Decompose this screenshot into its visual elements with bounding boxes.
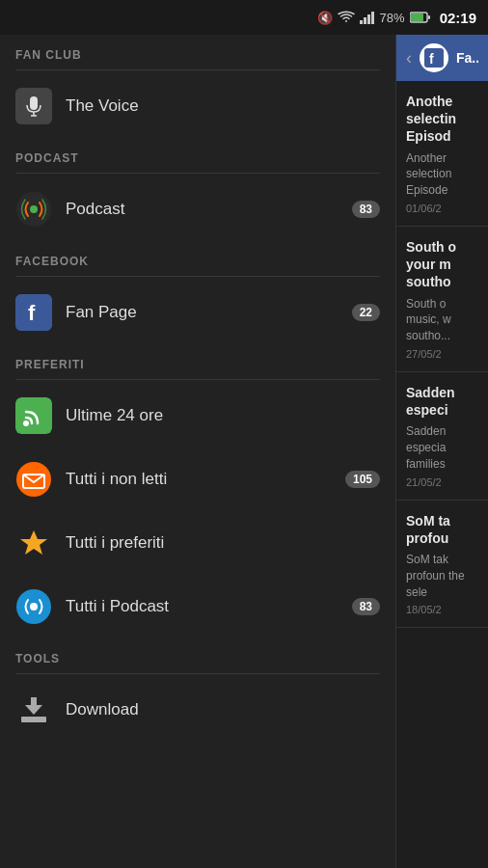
back-chevron[interactable]: ‹ xyxy=(406,48,412,68)
svg-rect-24 xyxy=(424,48,444,68)
svg-point-20 xyxy=(30,603,38,610)
svg-text:f: f xyxy=(28,301,36,325)
battery-percent: 78% xyxy=(380,11,405,25)
tutti-podcast-badge: 83 xyxy=(352,598,380,615)
article-item-4[interactable]: SoM ta profou SoM tak profoun the sele 1… xyxy=(396,501,488,629)
sidebar-item-tutti-podcast[interactable]: Tutti i Podcast 83 xyxy=(0,575,395,638)
podcast2-icon xyxy=(15,588,52,625)
divider-tools xyxy=(15,673,380,674)
download-label: Download xyxy=(66,700,380,719)
article-4-body: SoM tak profoun the sele xyxy=(406,552,478,600)
svg-point-15 xyxy=(23,420,29,426)
sidebar-item-the-voice[interactable]: The Voice xyxy=(0,74,395,138)
download-icon xyxy=(15,692,52,728)
svg-rect-1 xyxy=(364,17,366,24)
star-icon xyxy=(15,525,52,561)
article-4-date: 18/05/2 xyxy=(406,604,478,615)
battery-icon xyxy=(410,12,431,23)
fb-header-title: Fa... xyxy=(456,50,478,66)
tutti-non-letti-badge: 105 xyxy=(345,471,380,488)
article-2-body: South o music, w southo... xyxy=(406,296,478,344)
svg-marker-18 xyxy=(20,530,47,555)
status-bar: 🔇 78% xyxy=(0,0,488,35)
divider-fan-club xyxy=(15,69,380,70)
svg-rect-2 xyxy=(367,14,370,24)
section-header-fan-club: FAN CLUB xyxy=(0,35,395,69)
svg-rect-14 xyxy=(15,397,52,434)
section-header-podcast: PODCAST xyxy=(0,138,395,173)
section-header-tools: TOOLS xyxy=(0,638,395,673)
right-panel: ‹ f Fa... Anothe selectin Episod Another… xyxy=(395,35,488,868)
divider-preferiti xyxy=(15,379,380,380)
status-icons: 🔇 78% xyxy=(317,10,476,26)
divider-podcast xyxy=(15,173,380,174)
the-voice-label: The Voice xyxy=(66,96,380,116)
svg-rect-7 xyxy=(30,96,38,110)
fan-page-badge: 22 xyxy=(352,304,380,321)
fb-header[interactable]: ‹ f Fa... xyxy=(396,35,488,81)
svg-rect-5 xyxy=(411,14,423,21)
article-1-date: 01/06/2 xyxy=(406,203,478,214)
article-4-title: SoM ta profou xyxy=(406,512,478,547)
article-2-date: 27/05/2 xyxy=(406,348,478,360)
divider-facebook xyxy=(15,276,380,277)
svg-rect-6 xyxy=(428,15,430,19)
article-3-body: Sadden especia families xyxy=(406,423,478,472)
rss-icon xyxy=(15,397,52,434)
article-item-1[interactable]: Anothe selectin Episod Another selection… xyxy=(396,81,488,227)
fan-page-label: Fan Page xyxy=(66,303,352,322)
article-1-title: Anothe selectin Episod xyxy=(406,93,478,146)
svg-marker-23 xyxy=(25,705,42,715)
sidebar-item-tutti-preferiti[interactable]: Tutti i preferiti xyxy=(0,511,395,575)
svg-point-16 xyxy=(16,462,51,497)
microphone-icon xyxy=(15,88,52,124)
svg-point-11 xyxy=(30,205,38,213)
svg-rect-0 xyxy=(360,20,363,24)
tutti-non-letti-label: Tutti i non letti xyxy=(66,470,345,489)
sidebar-item-ultime-24-ore[interactable]: Ultime 24 ore xyxy=(0,384,395,448)
article-item-3[interactable]: Sadden especi Sadden especia families 21… xyxy=(396,372,488,501)
tutti-podcast-label: Tutti i Podcast xyxy=(66,597,352,616)
wifi-icon xyxy=(338,11,355,24)
time-display: 02:19 xyxy=(440,10,476,26)
sidebar: FAN CLUB The Voice PODCAST xyxy=(0,35,395,868)
sidebar-item-fan-page[interactable]: f Fan Page 22 xyxy=(0,281,395,344)
sidebar-item-podcast[interactable]: Podcast 83 xyxy=(0,177,395,241)
podcast-label: Podcast xyxy=(66,200,352,219)
ultime-24-ore-label: Ultime 24 ore xyxy=(66,406,380,425)
section-header-preferiti: PREFERITI xyxy=(0,344,395,379)
article-2-title: South o your m southo xyxy=(406,238,478,291)
article-3-title: Sadden especi xyxy=(406,384,478,419)
svg-text:f: f xyxy=(429,51,434,67)
signal-icon xyxy=(360,11,375,24)
unread-icon xyxy=(15,461,52,498)
svg-rect-21 xyxy=(21,717,46,722)
main-layout: FAN CLUB The Voice PODCAST xyxy=(0,35,488,868)
sidebar-item-download[interactable]: Download xyxy=(0,678,395,742)
tutti-preferiti-label: Tutti i preferiti xyxy=(66,533,380,553)
article-1-body: Another selection Episode xyxy=(406,150,478,199)
article-3-date: 21/05/2 xyxy=(406,476,478,488)
podcast-badge: 83 xyxy=(352,201,380,218)
fb-header-icon: f xyxy=(420,43,448,72)
mute-icon: 🔇 xyxy=(317,11,333,25)
svg-rect-3 xyxy=(371,12,374,24)
facebook-icon: f xyxy=(15,294,52,331)
section-header-facebook: FACEBOOK xyxy=(0,241,395,276)
sidebar-item-tutti-non-letti[interactable]: Tutti i non letti 105 xyxy=(0,448,395,511)
article-item-2[interactable]: South o your m southo South o music, w s… xyxy=(396,227,488,372)
podcast-icon xyxy=(15,191,52,228)
